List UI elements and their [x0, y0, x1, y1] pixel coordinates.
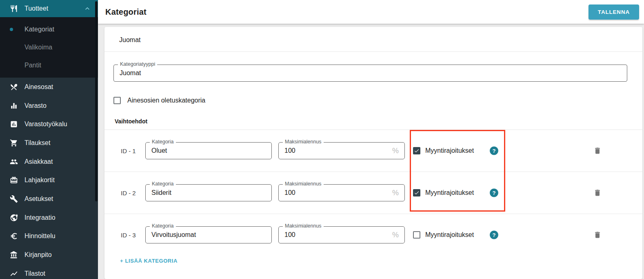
sidebar-item-asiakkaat[interactable]: Asiakkaat [0, 152, 98, 171]
sidebar-submenu: Kategoriat Valikoima Pantit [0, 17, 98, 78]
max-discount-input[interactable] [279, 227, 404, 243]
sidebar-item-integraatio[interactable]: Integraatio [0, 208, 98, 227]
category-type-input[interactable] [114, 65, 627, 81]
category-row-2: ID - 2 Kategoria Maksimialennus % Myynti… [104, 172, 642, 214]
bar-chart-icon [10, 102, 18, 110]
sidebar-item-pantit[interactable]: Pantit [0, 56, 98, 74]
page-title: Kategoriat [105, 7, 147, 17]
default-category-checkbox-row[interactable]: Ainesosien oletuskategoria [113, 97, 205, 104]
bank-icon [10, 251, 18, 259]
category-card: Juomat Kategoriatyyppi Ainesosien oletus… [104, 27, 642, 279]
sidebar-item-tilastot[interactable]: Tilastot [0, 264, 98, 279]
checkbox-icon[interactable] [113, 97, 121, 104]
sidebar-item-asetukset[interactable]: Asetukset [0, 190, 98, 208]
gift-card-icon [10, 176, 18, 184]
max-discount-input[interactable] [279, 143, 404, 159]
topbar: Kategoriat TALLENNA [98, 0, 644, 24]
category-field: Kategoria [145, 184, 272, 201]
category-type-field: Kategoriatyyppi [113, 65, 627, 82]
active-dot-icon [10, 28, 13, 31]
category-field: Kategoria [145, 226, 272, 243]
add-category-link[interactable]: + LISÄÄ KATEGORIA [120, 258, 178, 264]
percent-suffix: % [392, 231, 399, 239]
submenu-label: Pantit [24, 62, 41, 69]
sidebar-item-kirjanpito[interactable]: Kirjanpito [0, 246, 98, 264]
submenu-label: Kategoriat [24, 26, 54, 33]
sales-restriction-label: Myyntirajoitukset [425, 189, 474, 196]
category-rows: ID - 1 Kategoria Maksimialennus % Myynti… [104, 129, 642, 256]
shopping-cart-icon [10, 139, 18, 147]
options-title: Vaihtoehdot [115, 118, 147, 125]
category-row-1: ID - 1 Kategoria Maksimialennus % Myynti… [104, 129, 642, 172]
max-discount-field: Maksimialennus % [278, 226, 405, 243]
max-discount-field: Maksimialennus % [278, 142, 405, 159]
max-discount-field: Maksimialennus % [278, 184, 405, 201]
sales-restriction-label: Myyntirajoitukset [425, 147, 474, 154]
sidebar-scrollbar[interactable] [95, 0, 98, 279]
globe-lock-icon [10, 214, 18, 222]
scrollbar-thumb[interactable] [95, 1, 98, 201]
sidebar-item-hinnoittelu[interactable]: Hinnoittelu [0, 227, 98, 246]
delete-icon[interactable] [593, 147, 602, 155]
help-icon[interactable]: ? [490, 231, 498, 239]
sidebar-item-ainesosat[interactable]: Ainesosat [0, 78, 98, 96]
euro-icon [10, 232, 18, 240]
checkbox-label: Ainesosien oletuskategoria [127, 97, 205, 104]
chevron-up-icon[interactable] [83, 4, 91, 13]
trending-up-icon [10, 270, 18, 278]
field-label: Maksimialennus [283, 139, 324, 145]
sidebar-section-tuotteet[interactable]: Tuotteet [0, 0, 98, 17]
sales-restriction-checkbox[interactable] [413, 147, 420, 154]
category-input[interactable] [146, 143, 271, 159]
save-button[interactable]: TALLENNA [588, 4, 639, 20]
sidebar-item-kategoriat[interactable]: Kategoriat [0, 20, 98, 38]
row-id: ID - 3 [121, 232, 136, 239]
sidebar-item-varastotyokalu[interactable]: Varastotyökalu [0, 115, 98, 134]
category-row-3: ID - 3 Kategoria Maksimialennus % Myynti… [104, 214, 642, 256]
submenu-label: Valikoima [24, 44, 52, 51]
main-area: Kategoriat TALLENNA Juomat Kategoriatyyp… [98, 0, 644, 279]
sidebar-main-menu: Ainesosat Varasto Varastotyökalu Tilauks… [0, 78, 98, 279]
delete-icon[interactable] [593, 189, 602, 197]
restaurant-icon [10, 4, 18, 13]
people-icon [10, 158, 18, 166]
field-label: Maksimialennus [283, 223, 324, 229]
row-id: ID - 2 [121, 190, 136, 196]
category-field: Kategoria [145, 142, 272, 159]
sidebar-item-lahjakortit[interactable]: Lahjakortit [0, 171, 98, 190]
field-label: Kategoria [150, 139, 176, 145]
divider [104, 51, 642, 52]
sidebar-item-varasto[interactable]: Varasto [0, 96, 98, 115]
field-label: Kategoria [150, 223, 176, 229]
percent-suffix: % [392, 189, 399, 197]
app-window: Tuotteet Kategoriat Valikoima Pantit Ain… [0, 0, 644, 279]
max-discount-input[interactable] [279, 185, 404, 201]
sales-restriction-checkbox[interactable] [413, 189, 420, 196]
field-label: Kategoria [150, 181, 176, 187]
delete-icon[interactable] [593, 231, 602, 239]
wrench-icon [10, 195, 18, 203]
category-input[interactable] [146, 227, 271, 243]
percent-suffix: % [392, 147, 399, 155]
chart-box-icon [10, 120, 18, 128]
restaurant-menu-icon [10, 83, 18, 91]
row-id: ID - 1 [121, 147, 136, 154]
help-icon[interactable]: ? [490, 147, 498, 155]
sidebar-item-valikoima[interactable]: Valikoima [0, 38, 98, 56]
category-input[interactable] [146, 185, 271, 201]
field-label: Maksimialennus [283, 181, 324, 187]
sales-restriction-label: Myyntirajoitukset [425, 231, 474, 239]
sales-restriction-checkbox[interactable] [413, 231, 420, 239]
category-name: Juomat [119, 36, 140, 44]
sidebar: Tuotteet Kategoriat Valikoima Pantit Ain… [0, 0, 98, 279]
sidebar-section-label: Tuotteet [24, 5, 83, 12]
help-icon[interactable]: ? [490, 189, 498, 197]
sidebar-item-tilaukset[interactable]: Tilaukset [0, 134, 98, 152]
field-label: Kategoriatyyppi [118, 61, 157, 67]
